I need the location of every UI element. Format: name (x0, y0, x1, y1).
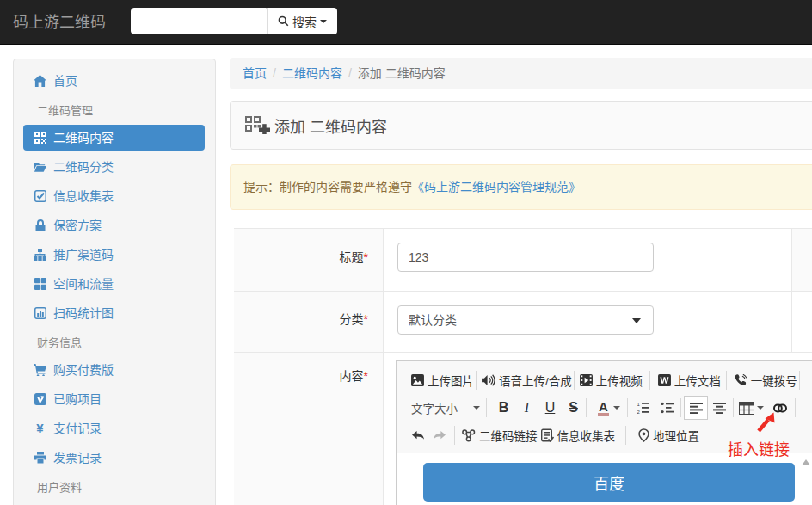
svg-text:1: 1 (637, 402, 641, 407)
svg-text:2: 2 (637, 410, 641, 415)
